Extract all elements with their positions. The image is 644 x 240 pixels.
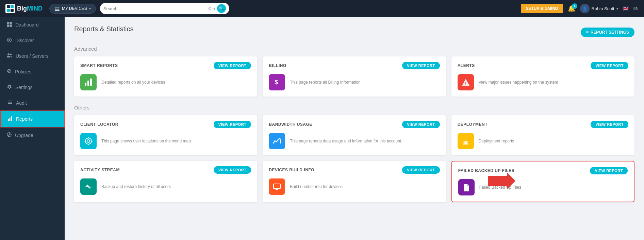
others-row2-grid: ACTIVITY STREAM VIEW REPORT Backup and r…	[74, 161, 634, 202]
svg-rect-14	[8, 102, 12, 103]
view-report-button[interactable]: VIEW REPORT	[214, 121, 251, 128]
top-navigation: BigMIND 💻 MY DEVICES ▾ ⚙ ▾ 🔍 SETUP BIGMI…	[0, 0, 644, 17]
logo-icon	[5, 4, 15, 13]
sidebar-item-discover[interactable]: Discover	[0, 33, 65, 48]
card-title: ACTIVITY STREAM	[80, 168, 120, 172]
svg-text:!: !	[465, 81, 466, 86]
gear-icon[interactable]: ⚙ ▾	[208, 6, 216, 11]
activity-stream-icon	[80, 178, 97, 195]
sidebar-item-users[interactable]: Users / Servers	[0, 48, 65, 64]
svg-rect-32	[274, 184, 280, 189]
notifications-button[interactable]: 🔔 1	[568, 5, 575, 12]
view-report-button[interactable]: VIEW REPORT	[591, 62, 628, 69]
device-icon: 💻	[54, 6, 60, 11]
card-title: DEVICES BUILD INFO	[269, 168, 314, 172]
discover-icon	[7, 37, 12, 44]
view-report-button[interactable]: VIEW REPORT	[402, 62, 440, 69]
devices-build-icon	[269, 178, 285, 195]
card-header: BILLING VIEW REPORT	[269, 62, 440, 69]
svg-rect-13	[8, 101, 12, 101]
sidebar-item-policies[interactable]: Policies	[0, 64, 65, 80]
logo[interactable]: BigMIND	[5, 4, 43, 13]
sidebar-item-label: Policies	[15, 69, 31, 74]
view-report-button[interactable]: VIEW REPORT	[214, 62, 251, 69]
card-title: BILLING	[269, 63, 286, 68]
sidebar-item-dashboard[interactable]: Dashboard	[0, 17, 65, 33]
page-header: Reports & Statistics ≡ REPORT SETTINGS	[74, 25, 634, 39]
card-title: FAILED BACKED UP FILES	[458, 168, 514, 173]
card-description: View major issues happening on the syste…	[479, 80, 558, 85]
svg-point-10	[7, 53, 10, 55]
svg-rect-17	[10, 118, 11, 121]
sidebar: Dashboard Discover Users / Servers Polic…	[0, 17, 65, 240]
view-report-button[interactable]: VIEW REPORT	[591, 121, 628, 128]
language-flag[interactable]: 🇬🇧	[623, 6, 629, 11]
card-description: This page shows user locations on the wo…	[101, 138, 192, 144]
report-settings-button[interactable]: ≡ REPORT SETTINGS	[581, 28, 634, 37]
svg-point-11	[10, 54, 12, 55]
card-header: CLIENT LOCATOR VIEW REPORT	[80, 121, 251, 128]
search-button[interactable]: 🔍	[217, 4, 226, 13]
svg-rect-1	[11, 5, 14, 8]
svg-rect-21	[87, 81, 89, 86]
card-body: Deployment reports	[458, 133, 628, 149]
billing-card: BILLING VIEW REPORT $ This page reports …	[263, 56, 446, 97]
card-title: ALERTS	[458, 63, 475, 68]
settings-lines-icon: ≡	[586, 30, 589, 35]
sidebar-item-reports[interactable]: Reports	[0, 110, 65, 127]
language-label[interactable]: EN	[633, 6, 639, 11]
dashboard-icon	[7, 22, 12, 28]
svg-point-26	[87, 140, 90, 142]
nav-right: SETUP BIGMIND 🔔 1 👤 Robin Scott ▾ 🇬🇧 EN	[521, 4, 639, 13]
sidebar-item-label: Audit	[16, 100, 27, 106]
main-content: Reports & Statistics ≡ REPORT SETTINGS A…	[65, 17, 644, 240]
smart-reports-card: SMART REPORTS VIEW REPORT Detailed repor…	[74, 56, 257, 97]
sidebar-item-settings[interactable]: Settings	[0, 80, 65, 95]
card-description: Detailed reports on all your devices	[101, 80, 165, 85]
client-locator-icon	[80, 133, 97, 149]
card-description: This page reports data usage and informa…	[290, 138, 402, 144]
alerts-card: ALERTS VIEW REPORT ! View major issues h…	[451, 56, 634, 97]
user-name: Robin Scott	[592, 6, 614, 11]
sidebar-item-upgrade[interactable]: Upgrade	[0, 127, 65, 143]
deployment-card: DEPLOYMENT VIEW REPORT Deployment report…	[451, 115, 634, 155]
setup-bigmind-button[interactable]: SETUP BIGMIND	[521, 4, 563, 13]
svg-rect-4	[7, 22, 9, 24]
my-devices-button[interactable]: 💻 MY DEVICES ▾	[49, 4, 96, 14]
card-description: Build number info for devices	[290, 184, 343, 190]
card-body: Build number info for devices	[269, 178, 440, 195]
card-title: DEPLOYMENT	[458, 122, 488, 127]
card-title: BANDWIDTH USAGE	[269, 122, 312, 127]
view-report-button[interactable]: VIEW REPORT	[590, 167, 628, 174]
svg-rect-0	[7, 5, 10, 8]
user-menu[interactable]: 👤 Robin Scott ▾	[580, 4, 618, 13]
svg-rect-6	[7, 24, 9, 27]
card-header: DEPLOYMENT VIEW REPORT	[458, 121, 628, 128]
main-layout: Dashboard Discover Users / Servers Polic…	[0, 17, 644, 240]
card-description: Failed Backed Up Files	[479, 185, 521, 190]
view-report-button[interactable]: VIEW REPORT	[402, 121, 440, 128]
svg-rect-22	[90, 79, 92, 86]
sidebar-item-audit[interactable]: Audit	[0, 95, 65, 110]
view-report-button[interactable]: VIEW REPORT	[402, 166, 440, 174]
users-icon	[7, 53, 12, 59]
svg-rect-18	[11, 116, 12, 121]
others-row1-grid: CLIENT LOCATOR VIEW REPORT This page sho…	[74, 115, 634, 155]
view-report-button[interactable]: VIEW REPORT	[214, 166, 251, 174]
card-title: SMART REPORTS	[80, 63, 118, 68]
advanced-section-title: Advanced	[74, 46, 634, 52]
svg-point-9	[9, 39, 10, 41]
card-body: Failed Backed Up Files	[458, 179, 628, 195]
svg-text:$: $	[275, 79, 278, 86]
card-header: BANDWIDTH USAGE VIEW REPORT	[269, 121, 440, 128]
others-row2-wrapper: ACTIVITY STREAM VIEW REPORT Backup and r…	[74, 161, 634, 202]
card-description: Deployment reports	[479, 138, 514, 144]
chevron-down-icon: ▾	[89, 7, 91, 11]
card-body: ! View major issues happening on the sys…	[458, 74, 628, 90]
svg-rect-2	[7, 9, 10, 12]
report-settings-label: REPORT SETTINGS	[591, 30, 629, 35]
activity-stream-card: ACTIVITY STREAM VIEW REPORT Backup and r…	[74, 161, 257, 202]
card-description: This page reports all Billing Informatio…	[290, 80, 362, 85]
user-chevron-icon: ▾	[616, 7, 618, 11]
search-input[interactable]	[103, 6, 208, 11]
